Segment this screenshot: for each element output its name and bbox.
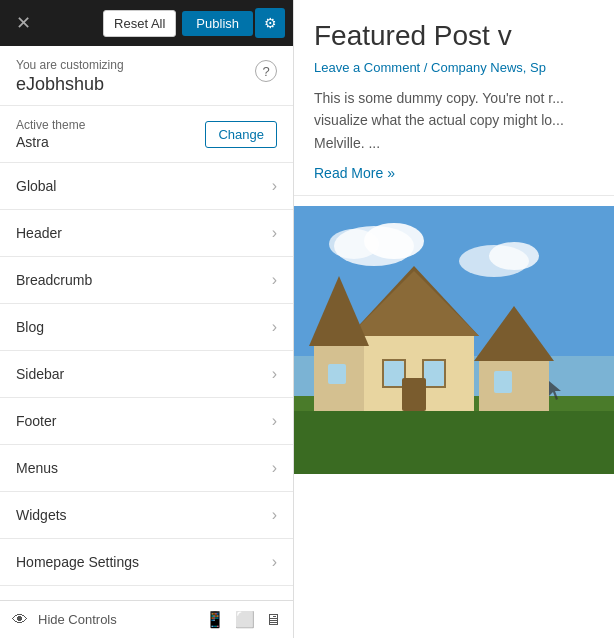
preview-panel: Featured Post v Leave a Comment / Compan… (294, 0, 614, 638)
nav-item-label: Global (16, 178, 56, 194)
chevron-icon: › (272, 506, 277, 524)
tablet-icon[interactable]: ⬜ (235, 610, 255, 629)
mobile-icon[interactable]: 📱 (205, 610, 225, 629)
nav-item-global[interactable]: Global› (0, 163, 293, 210)
nav-list: Global›Header›Breadcrumb›Blog›Sidebar›Fo… (0, 163, 293, 600)
chevron-icon: › (272, 271, 277, 289)
chevron-icon: › (272, 177, 277, 195)
site-name: eJobhshub (16, 74, 124, 95)
svg-rect-15 (424, 361, 444, 386)
svg-point-6 (489, 242, 539, 270)
nav-item-label: Footer (16, 413, 56, 429)
read-more-link[interactable]: Read More » (314, 165, 395, 181)
change-theme-button[interactable]: Change (205, 121, 277, 148)
desktop-icon[interactable]: 🖥 (265, 611, 281, 629)
help-icon[interactable]: ? (255, 60, 277, 82)
svg-point-4 (329, 229, 379, 259)
close-button[interactable]: ✕ (8, 8, 38, 38)
nav-item-label: Breadcrumb (16, 272, 92, 288)
hide-controls-link[interactable]: Hide Controls (38, 612, 117, 627)
svg-rect-18 (402, 378, 426, 411)
preview-content: Featured Post v Leave a Comment / Compan… (294, 0, 614, 195)
theme-label: Active theme (16, 118, 85, 132)
nav-item-label: Blog (16, 319, 44, 335)
nav-item-widgets[interactable]: Widgets› (0, 492, 293, 539)
chevron-icon: › (272, 318, 277, 336)
svg-rect-7 (294, 401, 614, 474)
theme-section: Active theme Astra Change (0, 106, 293, 163)
nav-item-homepage-settings[interactable]: Homepage Settings› (0, 539, 293, 586)
customizer-panel: ✕ Reset All Publish ⚙ You are customizin… (0, 0, 294, 638)
svg-rect-22 (494, 371, 512, 393)
theme-name: Astra (16, 134, 85, 150)
nav-item-blog[interactable]: Blog› (0, 304, 293, 351)
bottom-bar: 👁 Hide Controls 📱 ⬜ 🖥 (0, 600, 293, 638)
nav-item-breadcrumb[interactable]: Breadcrumb› (0, 257, 293, 304)
chevron-icon: › (272, 553, 277, 571)
divider (294, 195, 614, 196)
nav-item-menus[interactable]: Menus› (0, 445, 293, 492)
gear-button[interactable]: ⚙ (255, 8, 285, 38)
nav-item-sidebar[interactable]: Sidebar› (0, 351, 293, 398)
preview-image (294, 206, 614, 474)
chevron-icon: › (272, 365, 277, 383)
svg-rect-14 (384, 361, 404, 386)
post-meta: Leave a Comment / Company News, Sp (314, 60, 596, 75)
nav-item-label: Widgets (16, 507, 67, 523)
nav-item-label: Menus (16, 460, 58, 476)
nav-item-header[interactable]: Header› (0, 210, 293, 257)
chevron-icon: › (272, 459, 277, 477)
svg-rect-20 (479, 361, 549, 411)
publish-button[interactable]: Publish (182, 11, 253, 36)
post-excerpt: This is some dummy copy. You're not r...… (314, 87, 596, 154)
customizing-label: You are customizing (16, 58, 124, 72)
nav-item-label: Homepage Settings (16, 554, 139, 570)
nav-item-label: Header (16, 225, 62, 241)
customizing-section: You are customizing eJobhshub ? (0, 46, 293, 106)
nav-item-footer[interactable]: Footer› (0, 398, 293, 445)
chevron-icon: › (272, 224, 277, 242)
post-title: Featured Post v (314, 20, 596, 52)
top-bar: ✕ Reset All Publish ⚙ (0, 0, 293, 46)
reset-all-button[interactable]: Reset All (103, 10, 176, 37)
house-svg (294, 206, 614, 474)
nav-item-label: Sidebar (16, 366, 64, 382)
chevron-icon: › (272, 412, 277, 430)
eye-icon: 👁 (12, 611, 28, 629)
svg-rect-19 (328, 364, 346, 384)
